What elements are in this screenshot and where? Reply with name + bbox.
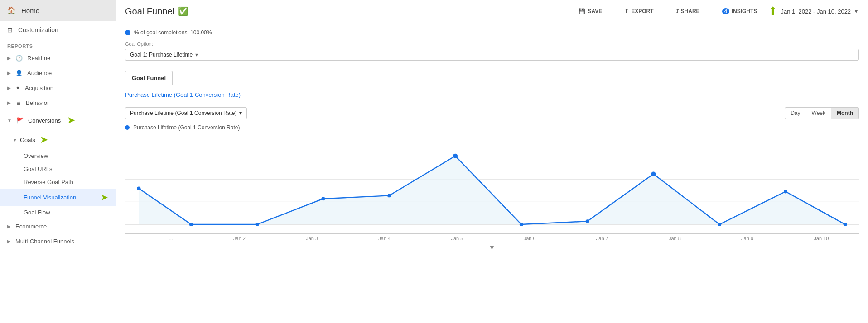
conversions-label: Conversions bbox=[28, 117, 61, 124]
sidebar-sub-item-goal-flow[interactable]: Goal Flow bbox=[0, 206, 116, 219]
multichannel-label: Multi-Channel Funnels bbox=[15, 238, 74, 245]
date-range-dropdown-icon[interactable]: ▼ bbox=[854, 8, 859, 14]
funnel-subtitle: Purchase Lifetime (Goal 1 Conversion Rat… bbox=[125, 91, 859, 98]
chart-point bbox=[256, 223, 259, 226]
x-label-jan6: Jan 6 bbox=[524, 236, 536, 241]
expand-icon: ▶ bbox=[7, 239, 11, 244]
chart-point bbox=[651, 172, 656, 176]
chart-point bbox=[137, 186, 140, 190]
page-title-area: Goal Funnel ✅ bbox=[125, 6, 188, 17]
sidebar-item-ecommerce[interactable]: ▶ Ecommerce bbox=[0, 219, 116, 234]
x-axis-labels: ... Jan 2 Jan 3 Jan 4 Jan 5 Jan 6 Jan 7 … bbox=[125, 234, 859, 241]
scroll-down-icon: ▼ bbox=[489, 244, 495, 251]
line-chart bbox=[125, 134, 859, 234]
tab-border-bottom bbox=[125, 85, 859, 85]
export-button[interactable]: ⬆ EXPORT bbox=[621, 6, 657, 16]
metric-dropdown[interactable]: Purchase Lifetime (Goal 1 Conversion Rat… bbox=[125, 107, 247, 119]
period-btn-month[interactable]: Month bbox=[831, 107, 859, 119]
period-buttons: Day Week Month bbox=[785, 107, 859, 119]
chart-controls: Purchase Lifetime (Goal 1 Conversion Rat… bbox=[125, 107, 859, 119]
insights-icon: 4 bbox=[722, 8, 729, 14]
behavior-label: Behavior bbox=[26, 100, 49, 106]
sidebar-item-customization[interactable]: ⊞ Customization bbox=[0, 21, 116, 39]
sidebar-sub-item-funnel-visualization[interactable]: Funnel Visualization ➤ bbox=[0, 189, 116, 206]
x-label-jan3: Jan 3 bbox=[306, 236, 318, 241]
top-bar: Goal Funnel ✅ 💾 SAVE ⬆ EXPORT ⤴ SHARE 4 … bbox=[116, 0, 868, 22]
sidebar-sub-item-overview[interactable]: Overview bbox=[0, 149, 116, 162]
chart-svg bbox=[125, 134, 859, 233]
share-button[interactable]: ⤴ SHARE bbox=[672, 6, 704, 16]
home-icon: 🏠 bbox=[7, 6, 16, 14]
chart-point bbox=[784, 190, 787, 193]
goals-arrow-indicator: ➤ bbox=[40, 134, 48, 146]
goal-funnel-tab[interactable]: Goal Funnel bbox=[125, 71, 173, 85]
legend-label: % of goal completions: 100.00% bbox=[134, 29, 212, 36]
x-label-jan10: Jan 10 bbox=[814, 236, 829, 241]
verified-icon: ✅ bbox=[178, 6, 188, 16]
sidebar-customization-label: Customization bbox=[18, 26, 58, 33]
insights-button[interactable]: 4 INSIGHTS bbox=[719, 6, 761, 16]
acquisition-icon: ✦ bbox=[15, 85, 20, 91]
legend-row: % of goal completions: 100.00% bbox=[125, 29, 859, 36]
expand-icon: ▶ bbox=[7, 224, 11, 229]
goal-option-value: Goal 1: Purchase Lifetime bbox=[130, 52, 193, 58]
sidebar-item-home[interactable]: 🏠 Home bbox=[0, 0, 116, 21]
expand-icon: ▼ bbox=[7, 118, 12, 123]
date-range-text[interactable]: Jan 1, 2022 - Jan 10, 2022 bbox=[781, 8, 851, 15]
sidebar-item-behavior[interactable]: ▶ 🖥 Behavior bbox=[0, 95, 116, 110]
save-icon: 💾 bbox=[579, 8, 585, 14]
toolbar-actions: 💾 SAVE ⬆ EXPORT ⤴ SHARE 4 INSIGHTS ⬆ Jan… bbox=[575, 5, 859, 17]
sidebar-sub-item-reverse-goal-path[interactable]: Reverse Goal Path bbox=[0, 176, 116, 189]
sidebar-item-multichannel[interactable]: ▶ Multi-Channel Funnels bbox=[0, 234, 116, 249]
sidebar-item-audience[interactable]: ▶ 👤 Audience bbox=[0, 66, 116, 81]
chart-point bbox=[718, 223, 721, 226]
audience-label: Audience bbox=[27, 70, 52, 76]
save-button[interactable]: 💾 SAVE bbox=[575, 6, 606, 16]
conversions-arrow-indicator: ➤ bbox=[67, 114, 75, 126]
export-icon: ⬆ bbox=[624, 8, 629, 14]
toolbar-divider-3 bbox=[711, 6, 711, 17]
chart-legend-label: Purchase Lifetime (Goal 1 Conversion Rat… bbox=[133, 124, 240, 131]
chart-point bbox=[189, 223, 193, 226]
x-label-jan5: Jan 5 bbox=[451, 236, 463, 241]
metric-dropdown-caret-icon: ▾ bbox=[239, 110, 242, 116]
goal-option-label: Goal Option: bbox=[125, 41, 859, 47]
funnel-viz-arrow-indicator: ➤ bbox=[101, 192, 108, 203]
toolbar-divider-2 bbox=[665, 6, 665, 17]
insights-label: INSIGHTS bbox=[732, 8, 757, 14]
scroll-indicator[interactable]: ▼ bbox=[125, 241, 859, 254]
save-label: SAVE bbox=[588, 8, 602, 14]
chart-point-peak bbox=[453, 154, 458, 158]
divider-line bbox=[125, 66, 279, 66]
expand-icon: ▶ bbox=[7, 71, 11, 76]
period-btn-week[interactable]: Week bbox=[806, 107, 831, 119]
expand-icon: ▶ bbox=[7, 86, 11, 90]
tab-area: Goal Funnel bbox=[125, 71, 859, 85]
sidebar-item-conversions[interactable]: ▼ 🚩 Conversions ➤ bbox=[0, 110, 116, 130]
sidebar-item-goals[interactable]: ▼ Goals ➤ bbox=[0, 130, 116, 149]
goal-option-caret-icon: ▾ bbox=[195, 52, 198, 58]
chart-legend-row: Purchase Lifetime (Goal 1 Conversion Rat… bbox=[125, 124, 859, 131]
chart-point bbox=[321, 197, 325, 200]
realtime-label: Realtime bbox=[27, 55, 50, 62]
chart-point bbox=[844, 223, 847, 226]
x-label-jan4: Jan 4 bbox=[378, 236, 391, 241]
export-label: EXPORT bbox=[631, 8, 653, 14]
sidebar-item-realtime[interactable]: ▶ 🕐 Realtime bbox=[0, 51, 116, 66]
chart-point bbox=[586, 219, 589, 223]
sidebar-sub-item-goal-urls[interactable]: Goal URLs bbox=[0, 162, 116, 176]
person-icon: 👤 bbox=[15, 70, 23, 76]
behavior-icon: 🖥 bbox=[15, 100, 21, 106]
acquisition-label: Acquisition bbox=[25, 85, 53, 91]
expand-icon: ▶ bbox=[7, 100, 11, 105]
funnel-viz-label: Funnel Visualization bbox=[24, 194, 76, 201]
goal-option-select[interactable]: Goal 1: Purchase Lifetime ▾ bbox=[125, 49, 859, 61]
share-icon: ⤴ bbox=[676, 8, 679, 14]
clock-icon: 🕐 bbox=[15, 55, 23, 62]
x-label-jan2: Jan 2 bbox=[233, 236, 246, 241]
period-btn-day[interactable]: Day bbox=[785, 107, 806, 119]
goals-label: Goals bbox=[20, 137, 35, 143]
ecommerce-label: Ecommerce bbox=[15, 223, 47, 230]
chart-point bbox=[520, 223, 523, 226]
sidebar-item-acquisition[interactable]: ▶ ✦ Acquisition bbox=[0, 81, 116, 95]
